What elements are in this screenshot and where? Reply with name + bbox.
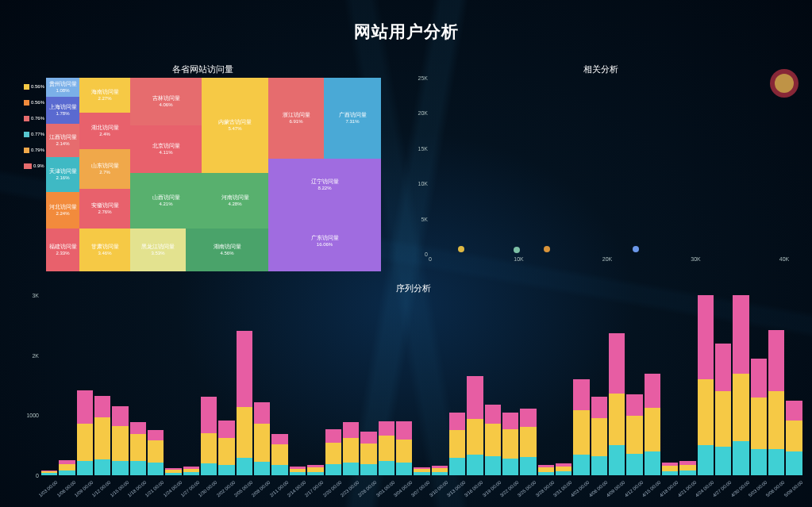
treemap-cell-name: 黑龙江访问量 [141, 244, 175, 250]
barseq-column[interactable]: 3/31 00:00 [556, 295, 571, 475]
barseq-column[interactable]: 2/20 00:00 [325, 295, 341, 475]
barseq-xlabel: 2/08 00:00 [251, 480, 271, 498]
barseq-segment [786, 401, 802, 421]
barseq-column[interactable]: 4/12 00:00 [626, 295, 642, 475]
scatter-point[interactable] [633, 246, 639, 252]
treemap-cell[interactable]: 湖北访问量2.4% [79, 113, 130, 149]
barseq-column[interactable]: 4/30 00:00 [733, 295, 749, 475]
barseq-segment [148, 440, 164, 463]
treemap-cell[interactable]: 辽宁访问量8.22% [268, 159, 381, 211]
barseq-segment [379, 436, 394, 460]
treemap-cell[interactable]: 广东访问量16.06% [268, 211, 381, 271]
barseq-column[interactable]: 3/10 00:00 [432, 295, 448, 475]
barseq-segment [591, 456, 607, 475]
barseq-column[interactable]: 5/03 00:00 [751, 295, 767, 475]
scatter-point[interactable] [514, 247, 520, 253]
treemap-cell[interactable]: 河北访问量2.24% [46, 192, 79, 229]
treemap-cell-pct: 1.08% [56, 88, 69, 94]
barseq-column[interactable]: 1/12 00:00 [94, 295, 110, 475]
treemap-cell-pct: 5.47% [228, 126, 241, 132]
barseq-column[interactable]: 2/08 00:00 [254, 295, 270, 475]
barseq-segment [130, 461, 146, 475]
treemap-cell[interactable]: 贵州访问量1.08% [46, 78, 79, 97]
treemap-cell[interactable]: 安徽访问量2.76% [79, 189, 130, 229]
barseq-column[interactable]: 2/05 00:00 [237, 295, 252, 475]
barseq-column[interactable]: 5/09 00:00 [786, 295, 802, 475]
scatter-xtick: 10K [514, 256, 523, 262]
barseq-column[interactable]: 1/06 00:00 [59, 295, 75, 475]
barseq-column[interactable]: 1/27 00:00 [183, 295, 199, 475]
barseq-column[interactable]: 2/02 00:00 [218, 295, 234, 475]
treemap-cell[interactable]: 江西访问量2.14% [46, 124, 79, 157]
page-title: 网站用户分析 [0, 21, 812, 43]
barseq-column[interactable]: 3/16 00:00 [467, 295, 483, 475]
scatter-ytick: 10K [418, 181, 428, 186]
barseq-segment [271, 444, 287, 465]
barseq-segment [290, 472, 306, 475]
barseq-column[interactable]: 1/15 00:00 [112, 295, 128, 475]
barseq-column[interactable]: 2/17 00:00 [307, 295, 323, 475]
barseq-column[interactable]: 1/03 00:00 [41, 295, 57, 475]
treemap-cell-name: 上海访问量 [49, 104, 77, 110]
barseq-segment [467, 419, 483, 455]
treemap-cell[interactable]: 天津访问量2.16% [46, 157, 79, 192]
barseq-column[interactable]: 4/27 00:00 [715, 295, 731, 475]
treemap-cell[interactable]: 河南访问量4.28% [202, 173, 268, 229]
treemap-cell[interactable]: 福建访问量2.33% [46, 229, 79, 271]
scatter-point[interactable] [544, 246, 550, 252]
scatter-plot[interactable] [430, 78, 784, 254]
treemap-cell[interactable]: 甘肃访问量3.46% [79, 229, 130, 271]
treemap-cell[interactable]: 内蒙古访问量5.47% [202, 78, 268, 173]
barseq-column[interactable]: 3/25 00:00 [520, 295, 536, 475]
treemap-cell[interactable]: 北京访问量4.11% [130, 125, 202, 173]
barseq-column[interactable]: 4/15 00:00 [645, 295, 660, 475]
barseq-panel: 序列分析 010002K3K 1/03 00:001/06 00:001/09 … [24, 286, 802, 501]
treemap-cell[interactable]: 山东访问量2.7% [79, 149, 130, 189]
treemap-cell[interactable]: 山西访问量4.21% [130, 173, 202, 229]
treemap-cell[interactable]: 浙江访问量6.91% [268, 78, 324, 159]
treemap-cell-name: 江西访问量 [49, 134, 77, 140]
treemap-cell[interactable]: 吉林访问量4.06% [130, 78, 202, 125]
barseq-column[interactable]: 2/11 00:00 [271, 295, 287, 475]
barseq-column[interactable]: 3/01 00:00 [379, 295, 394, 475]
barseq-column[interactable]: 4/09 00:00 [609, 295, 625, 475]
barseq-xlabel: 3/31 00:00 [552, 480, 573, 498]
barseq-column[interactable]: 4/21 00:00 [679, 295, 695, 475]
barseq-column[interactable]: 4/18 00:00 [662, 295, 678, 475]
barseq-column[interactable]: 3/28 00:00 [538, 295, 554, 475]
treemap-cell[interactable]: 湖南访问量4.56% [186, 229, 268, 271]
barseq-column[interactable]: 3/07 00:00 [414, 295, 429, 475]
barseq-column[interactable]: 3/13 00:00 [449, 295, 465, 475]
scatter-ytick: 25K [418, 75, 428, 81]
treemap-cell[interactable]: 海南访问量2.27% [79, 78, 130, 113]
treemap-cell[interactable]: 广西访问量7.31% [324, 78, 381, 159]
treemap-body[interactable]: 0.56%0.56%0.76%0.77%0.79%0.9% 贵州访问量1.08%… [24, 78, 381, 271]
barseq-column[interactable]: 3/04 00:00 [396, 295, 412, 475]
barseq-column[interactable]: 4/24 00:00 [698, 295, 714, 475]
barseq-plot[interactable]: 1/03 00:001/06 00:001/09 00:001/12 00:00… [41, 295, 802, 475]
barseq-column[interactable]: 1/30 00:00 [201, 295, 217, 475]
treemap-cell[interactable]: 上海访问量1.78% [46, 97, 79, 124]
barseq-column[interactable]: 5/06 00:00 [768, 295, 784, 475]
barseq-column[interactable]: 2/26 00:00 [360, 295, 376, 475]
barseq-column[interactable]: 1/24 00:00 [165, 295, 181, 475]
barseq-column[interactable]: 3/22 00:00 [502, 295, 518, 475]
scatter-point[interactable] [458, 246, 464, 252]
legend-swatch-icon [24, 84, 29, 90]
scatter-point[interactable] [775, 74, 794, 93]
barseq-column[interactable]: 2/23 00:00 [343, 295, 359, 475]
barseq-column[interactable]: 4/06 00:00 [591, 295, 607, 475]
treemap-cell-name: 内蒙古访问量 [218, 119, 252, 125]
barseq-ytick: 2K [32, 352, 39, 358]
barseq-segment [379, 461, 394, 475]
barseq-column[interactable]: 2/14 00:00 [290, 295, 306, 475]
barseq-column[interactable]: 1/21 00:00 [148, 295, 164, 475]
barseq-column[interactable]: 1/18 00:00 [130, 295, 146, 475]
scatter-xaxis: 010K20K30K40K [430, 254, 784, 270]
barseq-column[interactable]: 1/09 00:00 [77, 295, 93, 475]
barseq-column[interactable]: 3/19 00:00 [485, 295, 501, 475]
barseq-column[interactable]: 4/03 00:00 [573, 295, 589, 475]
treemap-cell[interactable]: 黑龙江访问量3.53% [130, 229, 186, 271]
barseq-xlabel: 2/26 00:00 [357, 480, 378, 498]
barseq-segment [609, 445, 625, 475]
